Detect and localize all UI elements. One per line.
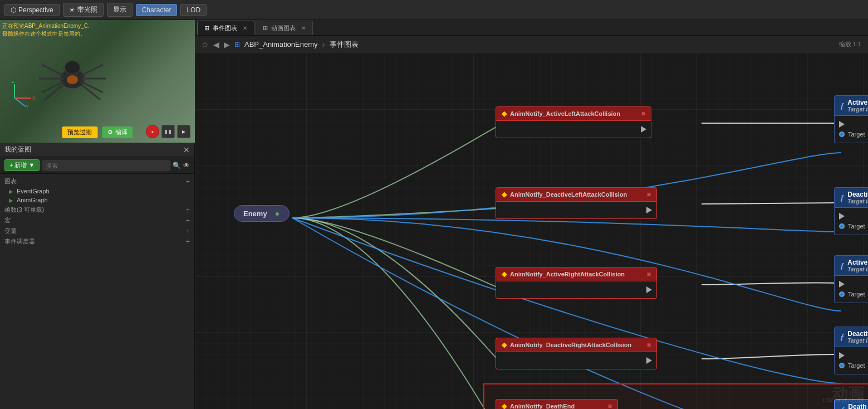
active-right-func-exec-in bbox=[839, 279, 868, 289]
add-dispatcher-btn[interactable]: + bbox=[186, 238, 190, 246]
svg-point-7 bbox=[65, 61, 80, 74]
active-right-func-title: Active Right Attack Collision bbox=[847, 259, 868, 266]
functions-label: 函数(3 可重载) bbox=[4, 206, 45, 214]
active-left-close[interactable]: ■ bbox=[641, 110, 645, 118]
anim-notify-active-right-node[interactable]: ◆ AnimNotify_ActiveRightAttackCollision … bbox=[496, 267, 657, 299]
play-btn[interactable]: ▶ bbox=[177, 125, 190, 138]
add-function-btn[interactable]: + bbox=[186, 206, 190, 214]
graph-section[interactable]: 图表 + bbox=[0, 176, 194, 187]
anim-notify-active-left-node[interactable]: ◆ AnimNotify_ActiveLeftAttackCollision ■ bbox=[496, 106, 651, 138]
bookmark-btn[interactable]: ☆ bbox=[202, 40, 209, 49]
blueprint-header: 我的蓝图 ✕ bbox=[0, 143, 194, 157]
target-label4: Target bbox=[848, 362, 865, 369]
target-label: Target bbox=[848, 131, 865, 138]
anim-graph-tab-close[interactable]: ✕ bbox=[301, 25, 306, 31]
character-label: Character bbox=[142, 6, 171, 14]
deactive-right-func-node[interactable]: ƒ Deactive Right Attack Collision Target… bbox=[834, 327, 868, 374]
enemy-output-pin: ● bbox=[275, 209, 279, 218]
active-left-func-node[interactable]: ƒ Active Left Attack Collision Target is… bbox=[834, 95, 868, 143]
enemy-node[interactable]: Enemy ● bbox=[234, 205, 290, 222]
exec-in-pin4 bbox=[839, 352, 845, 359]
target-pin-circle3 bbox=[839, 291, 845, 297]
add-graph-btn[interactable]: + bbox=[186, 178, 190, 186]
event-graph-icon: ▶ bbox=[9, 188, 13, 194]
search-icon: 🔍 bbox=[173, 162, 181, 169]
new-btn[interactable]: + 新增 ▼ bbox=[4, 159, 40, 171]
active-right-exec-out bbox=[501, 285, 652, 295]
viewport: 正在预览ABP_AnimationEnemy_C. 骨骼操作在这个模式中是禁用的… bbox=[0, 20, 195, 143]
blueprint-canvas[interactable]: Enemy ● ◆ AnimNotify_ActiveLeftAttackCol… bbox=[195, 53, 868, 409]
func-icon-1: ƒ bbox=[840, 101, 844, 110]
svg-line-8 bbox=[42, 65, 64, 76]
visibility-icon: 👁 bbox=[183, 162, 190, 169]
macros-section[interactable]: 宏 + bbox=[0, 215, 194, 226]
deactive-left-close[interactable]: ■ bbox=[647, 191, 651, 198]
compile-btn[interactable]: ⚙ 编译 bbox=[102, 126, 133, 138]
dispatchers-section[interactable]: 事件调度器 + bbox=[0, 236, 194, 247]
add-macro-btn[interactable]: + bbox=[186, 217, 190, 225]
anim-graph-item[interactable]: ▶ AnimGraph bbox=[0, 196, 194, 204]
main-layout: 正在预览ABP_AnimationEnemy_C. 骨骼操作在这个模式中是禁用的… bbox=[0, 20, 868, 409]
active-right-func-node[interactable]: ƒ Active Right Attack Collision Target i… bbox=[834, 255, 868, 303]
play-icon: ▶ bbox=[182, 129, 185, 134]
back-btn[interactable]: ◀ bbox=[213, 40, 219, 49]
anim-graph-tab-label: 动画图表 bbox=[271, 24, 296, 32]
target-pin-circle2 bbox=[839, 223, 845, 229]
perspective-label: Perspective bbox=[18, 6, 53, 14]
event-graph-tab-close[interactable]: ✕ bbox=[243, 25, 247, 31]
event-graph-label: EventGraph bbox=[17, 188, 50, 194]
anim-graph-tab[interactable]: ⊞ 动画图表 ✕ bbox=[256, 21, 313, 35]
record-btn[interactable]: ● bbox=[146, 125, 159, 138]
light-btn[interactable]: ☀ 带光照 bbox=[63, 3, 104, 17]
deactive-left-func-subtitle: Target is Base Enemy bbox=[847, 198, 868, 204]
deactive-right-header: AnimNotify_DeactiveRightAttackCollision bbox=[510, 342, 631, 348]
pause-icon: ❚❚ bbox=[164, 129, 172, 134]
event-diamond-icon3: ◆ bbox=[502, 270, 507, 278]
deactive-left-func-node[interactable]: ƒ Deactive Left Attack Collision Target … bbox=[834, 187, 868, 235]
active-left-header: AnimNotify_ActiveLeftAttackCollision bbox=[510, 110, 620, 117]
variables-section[interactable]: 变量 + bbox=[0, 226, 194, 236]
svg-line-12 bbox=[81, 65, 103, 76]
target-pin-circle4 bbox=[839, 363, 845, 368]
event-diamond-icon4: ◆ bbox=[502, 341, 507, 349]
breadcrumb-blueprint: ABP_AnimationEnemy bbox=[244, 40, 318, 48]
anim-notify-death-end-node[interactable]: ◆ AnimNotify_DeathEnd ■ bbox=[496, 399, 618, 409]
event-graph-item[interactable]: ▶ EventGraph bbox=[0, 187, 194, 196]
death-end-header: AnimNotify_DeathEnd bbox=[510, 403, 575, 409]
active-right-header: AnimNotify_ActiveRightAttackCollision bbox=[510, 271, 625, 277]
compile-label: 编译 bbox=[115, 129, 127, 135]
anim-graph-label: AnimGraph bbox=[17, 197, 48, 203]
exec-in-pin bbox=[839, 121, 845, 128]
anim-notify-deactive-right-node[interactable]: ◆ AnimNotify_DeactiveRightAttackCollisio… bbox=[496, 338, 657, 369]
exec-out-pin2 bbox=[646, 207, 652, 213]
forward-btn[interactable]: ▶ bbox=[224, 40, 230, 49]
exec-in-pin2 bbox=[839, 213, 845, 220]
viewport-controls: 预览过期 ⚙ 编译 bbox=[62, 126, 133, 138]
search-bar: + 新增 ▼ 🔍 👁 bbox=[0, 157, 194, 174]
death-end-close[interactable]: ■ bbox=[608, 402, 612, 409]
close-left-panel-btn[interactable]: ✕ bbox=[183, 145, 190, 154]
active-right-close[interactable]: ■ bbox=[647, 270, 651, 278]
perspective-icon: ⬡ bbox=[11, 6, 16, 14]
display-btn[interactable]: 显示 bbox=[107, 3, 133, 17]
deactive-right-close[interactable]: ■ bbox=[647, 341, 651, 349]
character-btn[interactable]: Character bbox=[136, 4, 178, 16]
viewport-warning: 正在预览ABP_AnimationEnemy_C. 骨骼操作在这个模式中是禁用的… bbox=[2, 22, 90, 38]
active-left-func-exec-in bbox=[839, 119, 868, 129]
perspective-btn[interactable]: ⬡ Perspective bbox=[4, 4, 60, 16]
new-label: + 新增 ▼ bbox=[9, 162, 35, 168]
event-graph-tab[interactable]: ⊞ 事件图表 ✕ bbox=[197, 21, 254, 35]
lod-btn[interactable]: LOD bbox=[180, 4, 207, 16]
deactive-right-func-title: Deactive Right Attack Collision bbox=[847, 330, 868, 338]
spider-model bbox=[33, 40, 111, 112]
playback-controls: ● ❚❚ ▶ bbox=[146, 125, 190, 138]
preview-expired-btn[interactable]: 预览过期 bbox=[62, 126, 97, 138]
pause-btn[interactable]: ❚❚ bbox=[161, 125, 175, 138]
right-panel: ⊞ 事件图表 ✕ ⊞ 动画图表 ✕ ☆ ◀ ▶ ⊞ ABP_AnimationE… bbox=[195, 20, 868, 409]
svg-text:Z: Z bbox=[12, 81, 15, 84]
functions-section[interactable]: 函数(3 可重载) + bbox=[0, 204, 194, 215]
search-input[interactable] bbox=[42, 160, 170, 171]
anim-notify-deactive-left-node[interactable]: ◆ AnimNotify_DeactiveLeftAttackCollision… bbox=[496, 187, 657, 219]
event-graph-tab-label: 事件图表 bbox=[213, 24, 237, 32]
add-variable-btn[interactable]: + bbox=[186, 227, 190, 235]
